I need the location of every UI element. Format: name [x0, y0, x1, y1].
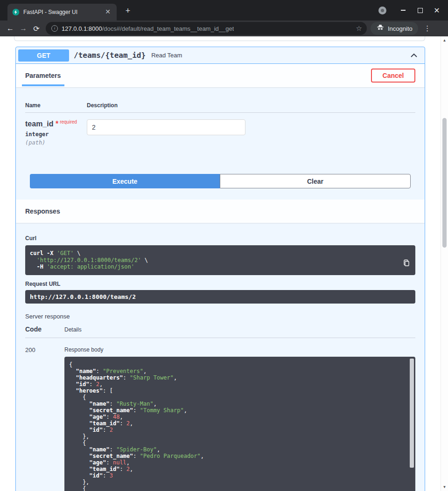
opblock-get-read-team: GET /teams/{team_id} Read Team Parameter…: [15, 47, 425, 491]
parameter-name-cell: team_id *required integer (path): [25, 119, 87, 146]
response-body-block: { "name": "Preventers", "headquarters": …: [64, 357, 415, 491]
clear-button[interactable]: Clear: [220, 174, 411, 188]
responses-section-header: Responses: [16, 200, 425, 223]
endpoint-path: /teams/{team_id}: [74, 51, 146, 60]
tab-close-icon[interactable]: ✕: [104, 8, 112, 16]
team-id-input[interactable]: [87, 119, 245, 135]
collapse-chevron-icon[interactable]: [409, 51, 419, 60]
bookmark-star-icon[interactable]: ☆: [356, 24, 362, 33]
required-star: *: [56, 120, 58, 128]
close-window-button[interactable]: ✕: [432, 6, 441, 15]
details-column-header: Details: [64, 326, 82, 333]
reload-button[interactable]: ⟳: [30, 22, 43, 35]
cancel-button[interactable]: Cancel: [371, 69, 415, 83]
swagger-page: GET /teams/{team_id} Read Team Parameter…: [0, 36, 448, 491]
scroll-up-icon[interactable]: ▲: [441, 38, 448, 42]
request-url-value: http://127.0.0.1:8000/teams/2: [25, 290, 415, 304]
minimize-button[interactable]: [399, 6, 408, 15]
request-url-label: Request URL: [25, 281, 415, 287]
incognito-badge: Incognito: [371, 22, 418, 35]
window-controls: ✕: [378, 0, 448, 21]
address-bar[interactable]: i 127.0.0.1:8000/docs#/default/read_team…: [46, 22, 367, 35]
execute-button[interactable]: Execute: [30, 174, 220, 188]
parameters-table: Name Description team_id *required integ…: [16, 87, 425, 200]
url-text: 127.0.0.1:8000/docs#/default/read_team_t…: [62, 25, 234, 32]
response-scrollbar-thumb[interactable]: [410, 359, 414, 468]
server-response-label: Server response: [25, 313, 415, 320]
scroll-down-icon[interactable]: ▼: [441, 485, 448, 489]
forward-button[interactable]: →: [17, 22, 30, 35]
update-status-icon[interactable]: [378, 7, 386, 14]
status-code: 200: [25, 346, 64, 491]
tab-title: FastAPI - Swagger UI: [23, 9, 100, 15]
url-path: /docs#/default/read_team_teams__team_id_…: [102, 25, 234, 32]
parameters-tab-underline: [22, 84, 64, 86]
code-column-header: Code: [25, 325, 64, 333]
responses-body: Curl curl -X 'GET' \ 'http://127.0.0.1:8…: [16, 223, 425, 491]
browser-titlebar: FastAPI - Swagger UI ✕ + ✕: [0, 0, 448, 21]
incognito-label: Incognito: [388, 25, 413, 32]
url-host: 127.0.0.1:8000: [62, 25, 102, 32]
parameter-row: team_id *required integer (path): [25, 119, 415, 146]
fastapi-favicon-icon: [12, 8, 20, 16]
maximize-button[interactable]: [415, 6, 425, 15]
site-info-icon[interactable]: i: [51, 25, 58, 32]
opblock-summary[interactable]: GET /teams/{team_id} Read Team: [16, 47, 425, 64]
browser-menu-icon[interactable]: ⋮: [423, 24, 432, 33]
previous-block-bottom-edge: [14, 36, 425, 41]
tab-parameters[interactable]: Parameters: [25, 72, 61, 79]
browser-tab[interactable]: FastAPI - Swagger UI ✕: [7, 4, 117, 21]
copy-icon[interactable]: [401, 257, 412, 269]
new-tab-button[interactable]: +: [122, 6, 133, 17]
parameters-section-header: Parameters Cancel: [16, 64, 425, 87]
parameters-table-header: Name Description: [25, 97, 415, 113]
http-method-badge: GET: [18, 49, 69, 62]
parameter-location: (path): [25, 139, 87, 146]
column-name-header: Name: [25, 102, 87, 109]
execute-row: Execute Clear: [30, 174, 411, 188]
curl-code-block: curl -X 'GET' \ 'http://127.0.0.1:8000/t…: [25, 245, 415, 275]
parameter-value-cell: [87, 119, 245, 146]
response-details-cell: Response body { "name": "Preventers", "h…: [64, 346, 415, 491]
response-table-header: Code Details: [25, 325, 415, 338]
incognito-icon: [376, 23, 385, 34]
back-button[interactable]: ←: [4, 22, 17, 35]
parameter-name: team_id *required: [25, 119, 87, 128]
parameter-type: integer: [25, 131, 87, 138]
curl-label: Curl: [25, 235, 415, 242]
required-label: required: [60, 119, 77, 124]
page-scrollbar-thumb[interactable]: [442, 118, 447, 248]
page-scrollbar[interactable]: ▲ ▼: [441, 36, 448, 491]
response-row: 200 Response body { "name": "Preventers"…: [25, 346, 415, 491]
endpoint-summary: Read Team: [151, 52, 182, 59]
column-description-header: Description: [87, 102, 118, 109]
response-body-label: Response body: [64, 346, 415, 353]
browser-toolbar: ← → ⟳ i 127.0.0.1:8000/docs#/default/rea…: [0, 21, 448, 36]
responses-title: Responses: [25, 207, 60, 215]
